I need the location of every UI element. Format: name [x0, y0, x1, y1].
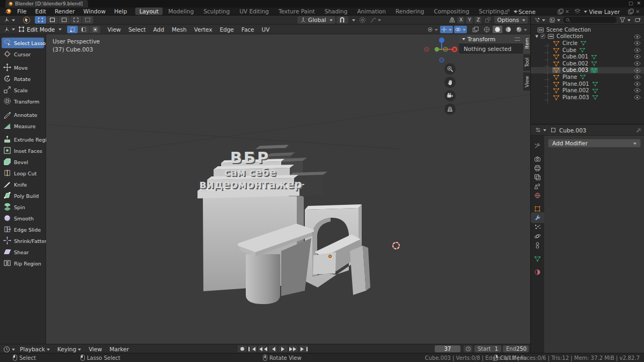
options-dropdown[interactable]: Options [494, 16, 528, 24]
record-button[interactable] [238, 345, 247, 352]
select-mode-subtract[interactable] [58, 16, 70, 24]
snap-toggle[interactable] [336, 16, 348, 24]
next-keyframe-button[interactable] [289, 345, 298, 352]
workspace-tab-sculpting[interactable]: Sculpting [199, 8, 234, 15]
proportional-editing-toggle[interactable] [357, 16, 368, 24]
select-mode-intersect[interactable] [82, 16, 93, 24]
pivot-point-dropdown[interactable] [426, 26, 439, 33]
tab-item[interactable]: Item [523, 34, 530, 53]
transform-orientation-dropdown[interactable]: Global [297, 16, 335, 24]
tool-annotate[interactable]: Annotate [2, 109, 44, 120]
menu-face[interactable]: Face [238, 26, 258, 33]
show-overlays-toggle[interactable] [454, 26, 467, 33]
menu-uv[interactable]: UV [258, 26, 274, 33]
shading-material-button[interactable] [503, 26, 513, 33]
perspective-toggle-button[interactable] [444, 104, 456, 115]
tool-edge-slide[interactable]: Edge Slide [2, 224, 44, 235]
view-layer-selector[interactable]: View Layer ✕ [572, 9, 642, 15]
navigation-gizmo[interactable]: X [421, 36, 462, 63]
outliner-scene-collection[interactable]: Scene Collection [531, 26, 644, 33]
properties-tab-tool[interactable] [531, 140, 544, 151]
eye-icon[interactable] [634, 95, 641, 100]
tool-knife[interactable]: Knife [2, 179, 44, 190]
show-gizmo-toggle[interactable] [440, 26, 453, 33]
face-select-button[interactable] [90, 26, 100, 33]
tool-shrink-fatten[interactable]: Shrink/Fatten [2, 235, 44, 246]
gizmo-y-neg-axis[interactable] [443, 47, 448, 51]
mode-dropdown[interactable]: Edit Mode [16, 25, 64, 33]
timeline-editor-type-button[interactable] [2, 345, 16, 353]
play-reverse-button[interactable] [268, 345, 277, 352]
eye-icon[interactable] [634, 54, 641, 59]
menu-add[interactable]: Add [150, 26, 168, 33]
workspace-tab-animation[interactable]: Animation [353, 8, 390, 15]
menu-edit[interactable]: Edit [31, 8, 50, 14]
tool-scale[interactable]: Scale [2, 85, 44, 95]
new-scene-icon[interactable] [558, 9, 564, 14]
menu-render[interactable]: Render [50, 8, 79, 14]
collection-checkbox[interactable]: ✓ [540, 34, 545, 39]
proportional-falloff-dropdown[interactable] [369, 16, 382, 24]
frame-end-field[interactable]: End250 [503, 345, 529, 352]
menu-window[interactable]: Window [79, 8, 109, 14]
xray-toggle[interactable] [470, 26, 481, 33]
tool-shear[interactable]: Shear [2, 247, 44, 257]
tool-inset-faces[interactable]: Inset Faces [2, 145, 44, 156]
menu-mesh[interactable]: Mesh [168, 26, 191, 33]
properties-tab-object-data[interactable] [531, 253, 544, 264]
gizmo-x-neg-axis[interactable] [425, 47, 429, 51]
select-mode-extend[interactable] [47, 16, 58, 24]
eye-icon[interactable] [634, 88, 641, 93]
remove-view-layer-icon[interactable]: ✕ [635, 9, 640, 14]
workspace-tab-compositing[interactable]: Compositing [430, 8, 474, 15]
menu-marker[interactable]: Marker [106, 346, 133, 352]
tool-loop-cut[interactable]: Loop Cut [2, 168, 44, 179]
prev-keyframe-button[interactable] [258, 345, 267, 352]
tool-spin[interactable]: Spin [2, 202, 44, 212]
jump-start-button[interactable] [248, 345, 257, 352]
pan-hand-button[interactable] [444, 77, 456, 88]
unlink-scene-icon[interactable]: ✕ [565, 9, 569, 14]
tool-extrude-region[interactable]: Extrude Region [2, 134, 44, 145]
menu-file[interactable]: File [13, 8, 31, 14]
workspace-tab-shading[interactable]: Shading [320, 8, 352, 15]
eye-icon[interactable] [634, 82, 641, 86]
new-collection-button[interactable] [633, 16, 642, 24]
pin-icon[interactable] [636, 127, 642, 133]
panel-grip-icon[interactable] [515, 38, 520, 41]
outliner-collection[interactable]: ▼✓Collection [531, 33, 644, 40]
shading-wireframe-button[interactable] [482, 26, 492, 33]
gizmo-z-axis[interactable] [439, 38, 444, 43]
tool-rotate[interactable]: Rotate [2, 73, 44, 84]
play-button[interactable] [279, 345, 288, 352]
gizmo-y-axis[interactable] [435, 47, 439, 51]
properties-editor-type-button[interactable] [533, 127, 547, 134]
tool-bevel[interactable]: Bevel [2, 157, 44, 167]
eye-icon[interactable] [634, 68, 641, 73]
workspace-tab-uv-editing[interactable]: UV Editing [235, 8, 273, 15]
mirror-z-toggle[interactable]: Z [474, 17, 481, 24]
menu-keying[interactable]: Keying [54, 346, 85, 352]
eye-icon[interactable] [634, 61, 641, 66]
workspace-tab-rendering[interactable]: Rendering [391, 8, 429, 15]
editor-type-button[interactable] [2, 16, 16, 24]
tool-cursor[interactable]: Cursor [2, 49, 44, 60]
edge-select-button[interactable] [78, 26, 89, 33]
select-mode-invert[interactable] [70, 16, 82, 24]
current-frame-field[interactable]: 37 [435, 345, 460, 352]
workspace-tab-layout[interactable]: Layout [135, 8, 163, 15]
menu-view[interactable]: View [104, 26, 125, 33]
workspace-tab-modeling[interactable]: Modeling [164, 8, 198, 15]
eye-icon[interactable] [634, 48, 641, 53]
menu-tl-view[interactable]: View [85, 346, 106, 352]
workspace-tab-texture-paint[interactable]: Texture Paint [274, 8, 319, 15]
outliner-search[interactable] [563, 17, 617, 23]
outliner-editor-type-button[interactable] [533, 16, 546, 24]
jump-end-button[interactable] [299, 345, 308, 352]
new-view-layer-icon[interactable] [628, 9, 634, 14]
camera-view-button[interactable] [444, 90, 456, 101]
add-modifier-dropdown[interactable]: Add Modifier [548, 139, 641, 147]
transform-panel-header[interactable]: Transform [459, 34, 523, 43]
properties-tab-constraints[interactable] [531, 240, 544, 250]
gizmo-z-neg-axis[interactable] [440, 58, 444, 62]
